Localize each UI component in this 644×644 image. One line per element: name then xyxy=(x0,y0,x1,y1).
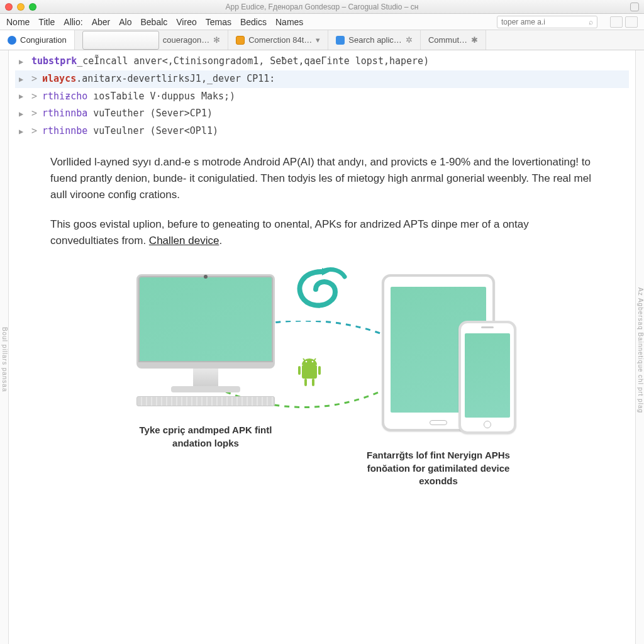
tab-comerction[interactable]: Comerction 84t… ▾ xyxy=(228,30,328,50)
svg-rect-4 xyxy=(298,366,301,375)
doc-body: Vorllided l-ayned syyı d.and-e s motrode… xyxy=(13,143,631,269)
search-input[interactable] xyxy=(501,18,585,26)
main-menubar: Nome Title Allio: Aber Alo Bebalc Vireo … xyxy=(0,14,644,30)
expand-arrow-icon[interactable]: ▶ xyxy=(19,55,26,69)
diagram: Tyke cpriç andmped APK fintl andation lo… xyxy=(13,274,631,487)
doc-icon xyxy=(82,31,159,50)
menu-item[interactable]: Alo xyxy=(119,17,131,27)
left-gutter[interactable]: Boul pillars pansaa xyxy=(0,50,9,644)
expand-arrow-icon[interactable]: ▶ xyxy=(19,125,26,138)
tree-keyword: rthinnbe xyxy=(42,125,87,136)
tab-label: Search aplic… xyxy=(348,35,402,45)
tab-coueragon[interactable]: coueragon… ✻ xyxy=(75,30,228,50)
tab-label: Congiuration xyxy=(20,35,67,45)
tree-row[interactable]: ▶ > rthinnbe vuTeulner (Sever<OPl1) xyxy=(15,123,629,140)
tree-keyword: tubstprk xyxy=(31,55,77,67)
tree-row[interactable]: ▶ tubstprk_ceĨncall anver<,Ctinisongrado… xyxy=(15,53,629,70)
expand-arrow-icon[interactable]: ▶ xyxy=(19,72,26,86)
doc-paragraph: Vorllided l-ayned syyı d.and-e s motrode… xyxy=(50,154,594,204)
cube-icon xyxy=(236,36,245,45)
svg-rect-5 xyxy=(318,366,321,375)
tree-text: _ceĨncall anver<,Ctinisongradom1, Seƀet,… xyxy=(77,55,429,67)
tree-row[interactable]: ▶ > иlaycs.anitarx-devertliгksJ1,_dever … xyxy=(15,70,629,88)
tree-text: vuTeuther (Sever>CP1) xyxy=(87,108,213,119)
svg-point-11 xyxy=(312,361,314,363)
tab-extra: ✱ xyxy=(471,35,478,45)
keyboard-icon xyxy=(136,396,275,406)
menu-item[interactable]: Bedics xyxy=(240,17,267,27)
menu-item[interactable]: Nome xyxy=(6,17,30,27)
nest-indicator: > xyxy=(31,88,37,106)
menu-item[interactable]: Aber xyxy=(92,17,111,27)
menu-item[interactable]: Names xyxy=(275,17,303,27)
right-gutter[interactable]: Az Agbersaq Bainnetique chl prt plag xyxy=(635,50,644,644)
desktop-monitor-icon xyxy=(136,274,275,406)
tab-commut[interactable]: Commut… ✱ xyxy=(421,30,486,50)
tree-text: ıosTabile V·duppus Maks;) xyxy=(87,91,235,102)
tree-keyword: rthiƶcho xyxy=(42,91,87,102)
search-input-wrap[interactable]: ⌕ xyxy=(497,16,597,28)
editor-tabs: Congiuration coueragon… ✻ Comerction 84t… xyxy=(0,30,644,50)
toolbar-buttons xyxy=(610,16,638,28)
doc-paragraph: This goos evistal uplion, befure to gene… xyxy=(50,216,594,250)
window-title: App Eudice, Fденорал Gопdеsαр – Carogual… xyxy=(0,3,644,11)
search-icon: ⌕ xyxy=(589,18,593,26)
svg-rect-3 xyxy=(302,365,317,379)
menu-item[interactable]: Bebalc xyxy=(140,17,167,27)
tab-label: coueragon… xyxy=(163,35,209,45)
tab-extra: ✲ xyxy=(406,35,413,45)
tab-configuration[interactable]: Congiuration xyxy=(0,30,75,50)
doc-text: This goos evistal uplion, befure to gene… xyxy=(50,218,529,247)
code-tree: ▶ tubstprk_ceĨncall anver<,Ctinisongrado… xyxy=(13,50,631,143)
tree-keyword: rthinnba xyxy=(42,108,87,119)
tree-text: vuTeulner (Sever<OPl1) xyxy=(87,125,218,136)
menu-item[interactable]: Allio: xyxy=(64,17,82,27)
android-icon xyxy=(296,357,323,390)
tab-search-aplic[interactable]: Search aplic… ✲ xyxy=(328,30,421,50)
diagram-caption-right: Fantarrğts lof fint Neryign APHs fonŏati… xyxy=(357,449,520,487)
tab-label: Commut… xyxy=(428,35,467,45)
mobile-devices-icon xyxy=(382,274,495,431)
tree-row[interactable]: ▶ > rthinnba vuTeuther (Sever>CP1) xyxy=(15,105,629,123)
doc-text: . xyxy=(219,235,222,247)
expand-arrow-icon[interactable]: ▶ xyxy=(19,89,26,103)
diagram-right-col: Fantarrğts lof fint Neryign APHs fonŏati… xyxy=(357,274,520,487)
tree-text: .anitarx-devertliгksJ1,_dever CP11: xyxy=(76,73,275,84)
menu-item[interactable]: Temas xyxy=(206,17,231,27)
tree-keyword: иlaycs xyxy=(42,73,76,84)
globe-icon xyxy=(8,36,16,45)
tab-extra: ✻ xyxy=(213,35,220,45)
nest-indicator: > xyxy=(31,123,37,140)
svg-rect-7 xyxy=(312,379,314,386)
toolbar-button-1[interactable] xyxy=(610,16,623,28)
chevron-down-icon[interactable]: ▾ xyxy=(316,35,320,45)
diagram-left-col: Tyke cpriç andmped APK fintl andation lo… xyxy=(124,274,287,450)
phone-icon xyxy=(458,321,516,434)
search-tab-icon xyxy=(336,36,345,45)
svg-rect-6 xyxy=(304,379,307,386)
editor-content: ▶ tubstprk_ceĨncall anver<,Ctinisongrado… xyxy=(9,50,635,644)
diagram-caption-left: Tyke cpriç andmped APK fintl andation lo… xyxy=(124,424,287,450)
svg-point-10 xyxy=(306,361,308,363)
window-titlebar: App Eudice, Fденорал Gопdеsαр – Carogual… xyxy=(0,0,644,14)
menu-item[interactable]: Title xyxy=(38,17,55,27)
nest-indicator: > xyxy=(31,70,37,88)
tab-label: Comerction 84t… xyxy=(248,35,312,45)
tree-row[interactable]: ▶ > rthiƶcho ıosTabile V·duppus Maks;) xyxy=(15,88,629,106)
challen-device-link[interactable]: Challen device xyxy=(149,235,219,247)
swirl-icon xyxy=(284,264,360,321)
toolbar-button-2[interactable] xyxy=(625,16,638,28)
nest-indicator: > xyxy=(31,105,37,123)
menu-item[interactable]: Vireo xyxy=(176,17,196,27)
expand-arrow-icon[interactable]: ▶ xyxy=(19,107,26,121)
